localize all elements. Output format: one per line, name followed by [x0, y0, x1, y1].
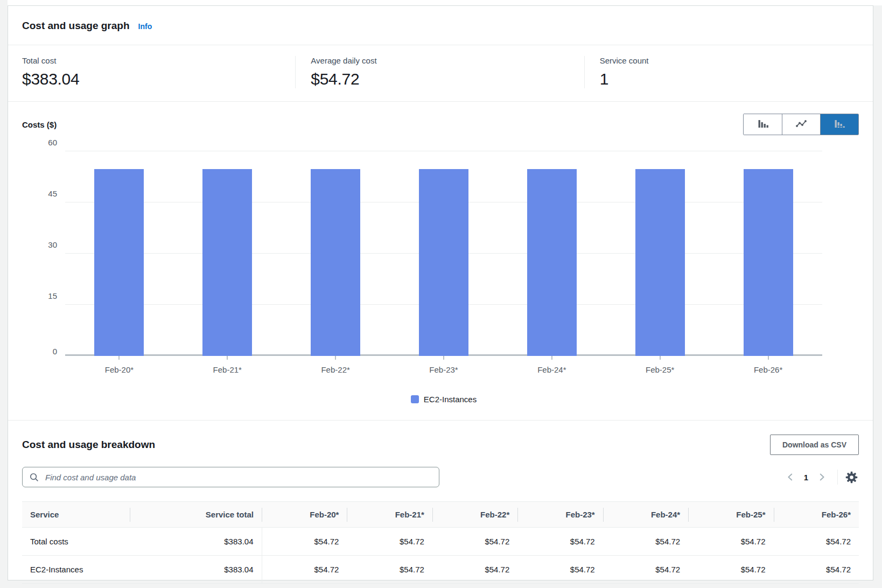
- table-cell: $54.72: [517, 528, 603, 556]
- table-cell: $54.72: [603, 556, 688, 584]
- stat-label: Average daily cost: [311, 56, 584, 65]
- table-cell: $54.72: [517, 556, 603, 584]
- table-cell: $383.04: [130, 556, 262, 584]
- bar-Feb-24*[interactable]: [527, 169, 577, 356]
- stacked-bar-chart-icon: [833, 117, 846, 132]
- chevron-left-icon: [786, 472, 795, 482]
- x-axis-label: Feb-20*: [105, 365, 134, 374]
- breakdown-title: Cost and usage breakdown: [22, 439, 155, 451]
- column-header-feb-23-: Feb-23*: [517, 502, 603, 528]
- column-header-feb-20-: Feb-20*: [262, 502, 347, 528]
- table-cell: $54.72: [262, 556, 347, 584]
- table-cell: $54.72: [774, 528, 859, 556]
- info-link[interactable]: Info: [138, 22, 152, 31]
- search-icon: [29, 472, 39, 482]
- stat-value: $54.72: [311, 70, 584, 88]
- chart-section: Costs ($): [8, 102, 873, 421]
- table-controls: 1: [22, 467, 859, 487]
- x-axis-label: Feb-21*: [213, 365, 242, 374]
- x-axis-tick: [768, 356, 769, 360]
- cost-bar-chart: 015304560 Feb-20*Feb-21*Feb-22*Feb-23*Fe…: [22, 151, 859, 404]
- y-axis-tick-label: 60: [48, 138, 57, 147]
- bar-Feb-23*[interactable]: [419, 169, 468, 356]
- column-header-feb-22-: Feb-22*: [432, 502, 517, 528]
- bar-Feb-22*[interactable]: [311, 169, 360, 356]
- bar-Feb-26*[interactable]: [744, 169, 793, 356]
- column-header-feb-21-: Feb-21*: [347, 502, 432, 528]
- previous-page-button[interactable]: [781, 470, 800, 484]
- current-page-number[interactable]: 1: [800, 473, 813, 482]
- column-header-feb-26-: Feb-26*: [774, 502, 859, 528]
- column-header-service: Service: [22, 502, 130, 528]
- column-header-feb-24-: Feb-24*: [603, 502, 688, 528]
- table-cell: $54.72: [347, 528, 432, 556]
- legend-swatch[interactable]: [411, 395, 419, 403]
- y-axis-tick-label: 15: [48, 291, 57, 300]
- chevron-right-icon: [817, 472, 827, 482]
- controls-divider: [837, 470, 838, 485]
- cost-breakdown-table: ServiceService totalFeb-20*Feb-21*Feb-22…: [22, 501, 859, 584]
- breakdown-section: Cost and usage breakdown Download as CSV: [8, 421, 873, 584]
- cost-and-usage-card: Cost and usage graph Info Total cost $38…: [8, 5, 873, 580]
- bar-chart-plot: [65, 151, 822, 356]
- x-axis-label: Feb-24*: [537, 365, 566, 374]
- table-cell: $54.72: [774, 556, 859, 584]
- service-name-cell: EC2-Instances: [22, 556, 130, 584]
- table-settings-button[interactable]: [844, 470, 859, 485]
- gear-icon: [845, 471, 858, 484]
- search-box[interactable]: [22, 467, 439, 487]
- x-axis-label: Feb-26*: [754, 365, 782, 374]
- stat-average-daily-cost: Average daily cost $54.72: [295, 56, 584, 88]
- bar-Feb-20*[interactable]: [94, 169, 144, 356]
- bar-Feb-25*[interactable]: [635, 169, 685, 356]
- bar-chart-icon: [757, 117, 769, 132]
- line-chart-icon: [795, 117, 808, 132]
- line-chart-toggle-button[interactable]: [782, 114, 820, 135]
- stat-service-count: Service count 1: [584, 56, 873, 88]
- x-axis-tick: [660, 356, 661, 360]
- y-axis-tick-label: 30: [48, 240, 57, 249]
- chart-header: Costs ($): [22, 114, 859, 135]
- breakdown-header: Cost and usage breakdown Download as CSV: [22, 435, 859, 455]
- y-axis-tick-label: 0: [53, 347, 57, 356]
- chart-type-toggle: [743, 114, 859, 135]
- service-name-cell: Total costs: [22, 528, 130, 556]
- column-header-service-total: Service total: [130, 502, 262, 528]
- card-header: Cost and usage graph Info: [8, 6, 873, 45]
- table-cell: $54.72: [688, 528, 773, 556]
- summary-stats: Total cost $383.04 Average daily cost $5…: [8, 45, 873, 102]
- stat-value: 1: [600, 70, 873, 88]
- x-axis-label: Feb-22*: [321, 365, 349, 374]
- page-background-top: [8, 0, 882, 5]
- table-cell: $54.72: [432, 556, 517, 584]
- x-axis-tick: [227, 356, 228, 360]
- gridline: [65, 151, 822, 151]
- table-row: EC2-Instances$383.04$54.72$54.72$54.72$5…: [22, 556, 859, 584]
- download-csv-button[interactable]: Download as CSV: [770, 435, 859, 455]
- y-axis-labels: 015304560: [22, 151, 65, 356]
- table-cell: $54.72: [603, 528, 688, 556]
- column-header-feb-25-: Feb-25*: [688, 502, 773, 528]
- next-page-button[interactable]: [813, 470, 831, 484]
- stat-label: Service count: [600, 56, 873, 65]
- pagination-controls: 1: [781, 470, 859, 485]
- chart-y-axis-title: Costs ($): [22, 120, 57, 129]
- table-cell: $54.72: [262, 528, 347, 556]
- bar-chart-toggle-button[interactable]: [744, 114, 782, 135]
- x-axis-tick: [118, 356, 120, 360]
- y-axis-tick-label: 45: [48, 189, 57, 198]
- stacked-bar-chart-toggle-button[interactable]: [820, 114, 858, 135]
- table-row: Total costs$383.04$54.72$54.72$54.72$54.…: [22, 528, 859, 556]
- stat-label: Total cost: [22, 56, 295, 65]
- chart-legend: EC2-Instances: [65, 395, 822, 404]
- search-input[interactable]: [44, 472, 432, 482]
- bar-Feb-21*[interactable]: [202, 169, 252, 356]
- x-axis-tick: [551, 356, 552, 360]
- x-axis-label: Feb-23*: [429, 365, 458, 374]
- table-cell: $54.72: [432, 528, 517, 556]
- x-axis-labels: Feb-20*Feb-21*Feb-22*Feb-23*Feb-24*Feb-2…: [65, 356, 822, 382]
- legend-label[interactable]: EC2-Instances: [424, 395, 477, 404]
- table-cell: $54.72: [688, 556, 773, 584]
- x-axis-tick: [443, 356, 444, 360]
- stat-value: $383.04: [22, 70, 295, 88]
